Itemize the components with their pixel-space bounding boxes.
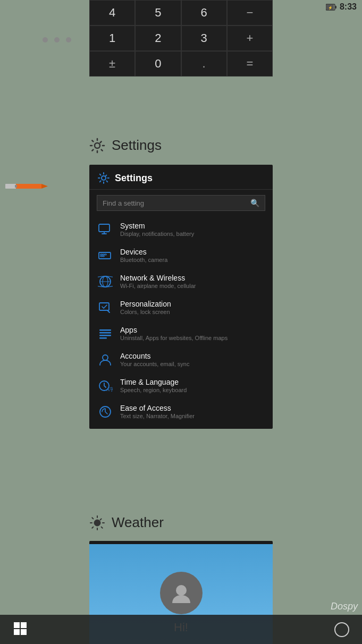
svg-rect-23 — [99, 337, 107, 339]
settings-item-system-subtitle: Display, notifications, battery — [120, 231, 194, 237]
settings-search-placeholder: Find a setting — [103, 199, 250, 207]
svg-rect-1 — [335, 6, 336, 9]
accounts-icon — [98, 352, 113, 367]
settings-item-personalization[interactable]: Personalization Colors, lock screen — [89, 294, 273, 320]
calc-dot[interactable]: . — [181, 51, 227, 77]
svg-rect-10 — [99, 224, 110, 232]
devices-icon — [98, 248, 113, 263]
settings-item-accessibility[interactable]: Ease of Access Text size, Narrator, Magn… — [89, 399, 273, 425]
calc-4[interactable]: 4 — [89, 0, 135, 26]
svg-rect-31 — [21, 622, 27, 628]
svg-rect-12 — [100, 254, 102, 255]
settings-item-apps-title: Apps — [120, 326, 228, 334]
settings-item-time-subtitle: Speech, region, keyboard — [120, 387, 187, 393]
settings-panel-header: Settings — [89, 165, 273, 190]
settings-item-apps[interactable]: Apps Uninstall, Apps for websites, Offli… — [89, 320, 273, 346]
calc-plusminus[interactable]: ± — [89, 51, 135, 77]
svg-rect-20 — [99, 329, 111, 331]
network-icon — [98, 274, 113, 289]
personalization-icon — [98, 300, 113, 315]
svg-point-24 — [103, 355, 108, 360]
settings-list: System Display, notifications, battery D… — [89, 216, 273, 425]
calc-3[interactable]: 3 — [181, 26, 227, 51]
settings-item-accessibility-text: Ease of Access Text size, Narrator, Magn… — [120, 404, 195, 419]
settings-item-system[interactable]: System Display, notifications, battery — [89, 216, 273, 242]
svg-rect-7 — [15, 185, 17, 188]
settings-item-time[interactable]: A字 Time & Language Speech, region, keybo… — [89, 372, 273, 399]
settings-search-icon: 🔍 — [250, 199, 259, 207]
svg-rect-30 — [14, 622, 20, 628]
svg-rect-21 — [99, 332, 111, 334]
calc-5[interactable]: 5 — [135, 0, 181, 26]
settings-item-system-title: System — [120, 222, 194, 230]
svg-rect-33 — [21, 629, 27, 635]
pen-icon — [5, 180, 48, 192]
watermark: Dospy — [331, 601, 358, 612]
svg-rect-22 — [99, 335, 111, 336]
settings-item-devices-subtitle: Bluetooth, camera — [120, 257, 167, 263]
svg-point-29 — [176, 585, 187, 596]
dot-3 — [66, 37, 71, 43]
battery-icon: ⚡ — [326, 4, 336, 11]
settings-item-personalization-text: Personalization Colors, lock screen — [120, 300, 171, 315]
settings-item-accounts-subtitle: Your accounts, email, sync — [120, 361, 189, 367]
settings-item-apps-subtitle: Uninstall, Apps for websites, Offline ma… — [120, 335, 228, 341]
svg-point-8 — [95, 143, 100, 148]
calc-2[interactable]: 2 — [135, 26, 181, 51]
settings-item-apps-text: Apps Uninstall, Apps for websites, Offli… — [120, 326, 228, 341]
svg-point-9 — [102, 176, 106, 180]
settings-item-accessibility-title: Ease of Access — [120, 404, 195, 412]
calc-plus[interactable]: + — [227, 26, 273, 51]
settings-item-system-text: System Display, notifications, battery — [120, 222, 194, 237]
time-icon: A字 — [98, 378, 113, 393]
settings-label-icon — [89, 138, 105, 154]
weather-section-label: Weather — [89, 514, 164, 531]
calc-1[interactable]: 1 — [89, 26, 135, 51]
settings-panel: Settings Find a setting 🔍 System Display… — [89, 165, 273, 429]
svg-marker-5 — [41, 184, 48, 189]
calc-minus[interactable]: − — [227, 0, 273, 26]
settings-item-network-title: Network & Wireless — [120, 274, 196, 282]
weather-avatar — [160, 572, 203, 614]
settings-search-bar[interactable]: Find a setting 🔍 — [97, 195, 265, 211]
calculator-widget: 4 5 6 − 1 2 3 + ± 0 . = — [89, 0, 273, 77]
calc-equals[interactable]: = — [227, 51, 273, 77]
calc-6[interactable]: 6 — [181, 0, 227, 26]
taskbar — [0, 615, 362, 644]
status-time: 8:33 — [340, 2, 357, 12]
settings-item-time-title: Time & Language — [120, 378, 187, 386]
dot-1 — [43, 37, 48, 43]
status-bar: ⚡ 8:33 — [326, 0, 357, 14]
calc-0[interactable]: 0 — [135, 51, 181, 77]
svg-rect-13 — [103, 254, 104, 255]
settings-label-text: Settings — [112, 137, 162, 154]
settings-item-devices[interactable]: Devices Bluetooth, camera — [89, 242, 273, 268]
svg-text:⚡: ⚡ — [328, 5, 333, 10]
settings-panel-icon — [98, 172, 110, 184]
settings-item-devices-title: Devices — [120, 248, 167, 256]
settings-item-network-text: Network & Wireless Wi-Fi, airplane mode,… — [120, 274, 196, 289]
settings-item-network[interactable]: Network & Wireless Wi-Fi, airplane mode,… — [89, 268, 273, 294]
calculator-grid: 4 5 6 − 1 2 3 + ± 0 . = — [89, 0, 273, 77]
settings-item-network-subtitle: Wi-Fi, airplane mode, cellular — [120, 283, 196, 289]
search-circle-button[interactable] — [334, 622, 349, 637]
windows-start-button[interactable] — [13, 621, 28, 638]
settings-item-devices-text: Devices Bluetooth, camera — [120, 248, 167, 263]
svg-rect-6 — [5, 184, 16, 189]
settings-item-personalization-subtitle: Colors, lock screen — [120, 309, 171, 315]
svg-rect-32 — [14, 629, 20, 635]
svg-rect-19 — [99, 303, 109, 310]
apps-icon — [98, 326, 113, 341]
svg-rect-16 — [103, 256, 104, 257]
svg-rect-4 — [15, 184, 41, 189]
dots-indicator — [43, 37, 71, 43]
system-icon — [98, 222, 113, 237]
settings-item-accounts-text: Accounts Your accounts, email, sync — [120, 352, 189, 367]
settings-panel-title: Settings — [115, 173, 153, 184]
svg-text:A字: A字 — [106, 387, 113, 392]
settings-item-accounts[interactable]: Accounts Your accounts, email, sync — [89, 346, 273, 372]
svg-rect-14 — [105, 254, 106, 255]
settings-item-accounts-title: Accounts — [120, 352, 189, 360]
weather-label-text: Weather — [112, 514, 164, 531]
weather-label-icon — [89, 515, 105, 531]
